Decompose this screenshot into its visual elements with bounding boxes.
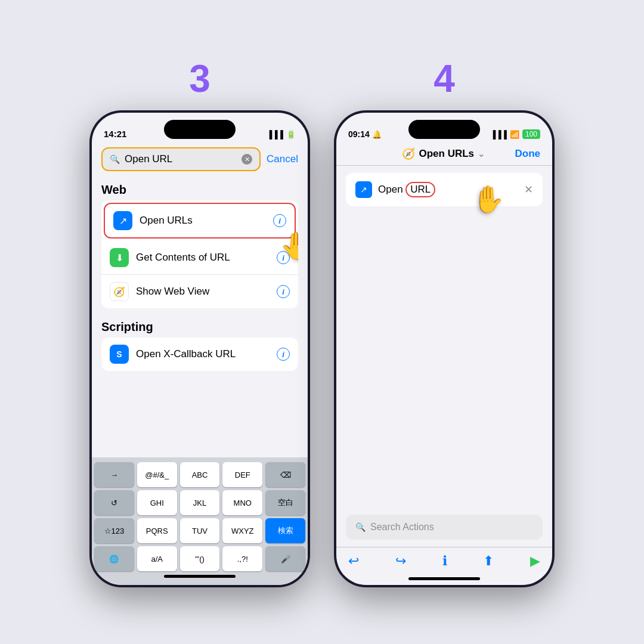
kb-tuv[interactable]: TUV	[180, 518, 220, 543]
home-bar-3	[164, 575, 236, 578]
phone4-screen: 09:14 🔔 ▐▐▐ 📶 100 🧭 Open URLs ⌄ Done	[336, 113, 552, 585]
kb-row-4: 🌐 a/A '"() .,?! 🎤	[94, 546, 305, 571]
bell-icon: 🔔	[372, 130, 382, 139]
search-actions[interactable]: 🔍 Search Actions	[346, 515, 543, 540]
phone4: 09:14 🔔 ▐▐▐ 📶 100 🧭 Open URLs ⌄ Done	[334, 110, 555, 587]
web-action-list: ↗ Open URLs i 🤚 ⬇ Get Contents of URL i …	[101, 200, 298, 308]
step4-number: 4	[434, 57, 455, 101]
section-scripting-header: Scripting	[92, 313, 308, 338]
xcallback-info[interactable]: i	[277, 348, 290, 361]
card-title: Open URL	[378, 182, 435, 197]
share-icon[interactable]: ⬆	[483, 553, 494, 569]
scripting-action-list: S Open X-Callback URL i	[101, 338, 298, 371]
kb-row-3: ☆123 PQRS TUV WXYZ 検索	[94, 518, 305, 543]
kb-del[interactable]: ⌫	[265, 462, 305, 487]
kb-row-2: ↺ GHI JKL MNO 空白	[94, 490, 305, 515]
kb-quotes[interactable]: '"()	[180, 546, 220, 571]
open-urls-card[interactable]: ↗ Open URL ✕	[346, 173, 543, 206]
show-web-label: Show Web View	[136, 286, 277, 298]
action-get-contents[interactable]: ⬇ Get Contents of URL i	[101, 241, 298, 275]
phone3: 14:21 ▐▐▐ 🔋 🔍 Open URL ✕ Cancel Web	[89, 110, 310, 587]
step3-wrapper: 3 14:21 ▐▐▐ 🔋 🔍 Open URL ✕ Cancel	[89, 57, 310, 587]
nav-bar-4: 🧭 Open URLs ⌄ Done	[336, 143, 552, 166]
done-button[interactable]: Done	[515, 148, 541, 160]
open-urls-label: Open URLs	[140, 215, 273, 227]
kb-space-jp[interactable]: 空白	[265, 490, 305, 515]
kb-num[interactable]: ☆123	[94, 518, 134, 543]
undo-icon[interactable]: ↩	[348, 553, 359, 569]
kb-globe[interactable]: 🌐	[94, 546, 134, 571]
battery-icon: 🔋	[286, 130, 296, 139]
bottom-toolbar-4: ↩ ↪ ℹ ⬆ ▶	[336, 547, 552, 575]
search-actions-icon: 🔍	[355, 522, 366, 532]
signal-icon-4: ▐▐▐	[490, 130, 507, 139]
signal-icon: ▐▐▐	[267, 130, 283, 139]
search-input-text: Open URL	[125, 153, 237, 165]
open-urls-icon: ↗	[113, 211, 132, 230]
kb-wxyz[interactable]: WXYZ	[222, 518, 262, 543]
kb-def[interactable]: DEF	[222, 462, 262, 487]
card-container: ↗ Open URL ✕ 🤚	[336, 166, 552, 213]
battery-100: 100	[522, 129, 540, 139]
step3-number: 3	[189, 57, 210, 101]
search-icon: 🔍	[110, 154, 120, 164]
get-contents-icon: ⬇	[110, 248, 129, 267]
kb-mic[interactable]: 🎤	[265, 546, 305, 571]
xcallback-label: Open X-Callback URL	[136, 348, 277, 360]
shortcut-icon: 🧭	[402, 147, 415, 160]
action-show-web[interactable]: 🧭 Show Web View i	[101, 275, 298, 308]
kb-at[interactable]: @#/&_	[137, 462, 177, 487]
status-time-3: 14:21	[104, 129, 126, 139]
show-web-info[interactable]: i	[277, 285, 290, 298]
home-bar-4	[408, 577, 480, 580]
action-xcallback[interactable]: S Open X-Callback URL i	[101, 338, 298, 371]
card-close-btn[interactable]: ✕	[524, 183, 533, 196]
kb-jkl[interactable]: JKL	[180, 490, 220, 515]
show-web-icon: 🧭	[110, 282, 129, 301]
kb-search-jp[interactable]: 検索	[265, 518, 305, 543]
empty-content-4	[336, 213, 552, 515]
wifi-icon: 📶	[510, 130, 519, 139]
status-icons-4: ▐▐▐ 📶 100	[490, 129, 540, 139]
section-web-header: Web	[92, 176, 308, 200]
status-time-4: 09:14 🔔	[348, 129, 382, 139]
search-clear-btn[interactable]: ✕	[242, 154, 252, 165]
url-highlight: URL	[405, 182, 435, 197]
cancel-button[interactable]: Cancel	[267, 153, 298, 165]
keyboard-3: → @#/&_ ABC DEF ⌫ ↺ GHI JKL MNO 空白 ☆123 …	[92, 457, 308, 585]
redo-icon[interactable]: ↪	[395, 553, 406, 569]
search-container: 🔍 Open URL ✕ Cancel	[92, 143, 308, 176]
dynamic-island-4	[408, 120, 480, 139]
step4-wrapper: 4 09:14 🔔 ▐▐▐ 📶 100 🧭	[334, 57, 555, 587]
get-contents-label: Get Contents of URL	[136, 252, 277, 264]
chevron-down-icon: ⌄	[478, 149, 485, 159]
kb-row-1: → @#/&_ ABC DEF ⌫	[94, 462, 305, 487]
nav-title: 🧭 Open URLs ⌄	[402, 147, 485, 160]
info-icon[interactable]: ℹ	[442, 553, 447, 569]
kb-ghi[interactable]: GHI	[137, 490, 177, 515]
kb-case[interactable]: a/A	[137, 546, 177, 571]
cursor-hand-3: 🤚	[280, 230, 298, 261]
search-bar[interactable]: 🔍 Open URL ✕	[101, 147, 261, 171]
dynamic-island-3	[164, 120, 236, 139]
cursor-hand-4: 🤚	[472, 184, 504, 215]
kb-undo[interactable]: ↺	[94, 490, 134, 515]
kb-abc[interactable]: ABC	[180, 462, 220, 487]
card-icon: ↗	[355, 181, 372, 198]
kb-mno[interactable]: MNO	[222, 490, 262, 515]
action-open-urls[interactable]: ↗ Open URLs i 🤚	[104, 203, 296, 239]
status-icons-3: ▐▐▐ 🔋	[267, 130, 296, 139]
xcallback-icon: S	[110, 345, 129, 364]
kb-pqrs[interactable]: PQRS	[137, 518, 177, 543]
play-icon[interactable]: ▶	[530, 553, 540, 569]
phone3-screen: 14:21 ▐▐▐ 🔋 🔍 Open URL ✕ Cancel Web	[92, 113, 308, 585]
kb-punct[interactable]: .,?!	[222, 546, 262, 571]
open-urls-info[interactable]: i	[273, 214, 286, 227]
kb-arrow[interactable]: →	[94, 462, 134, 487]
